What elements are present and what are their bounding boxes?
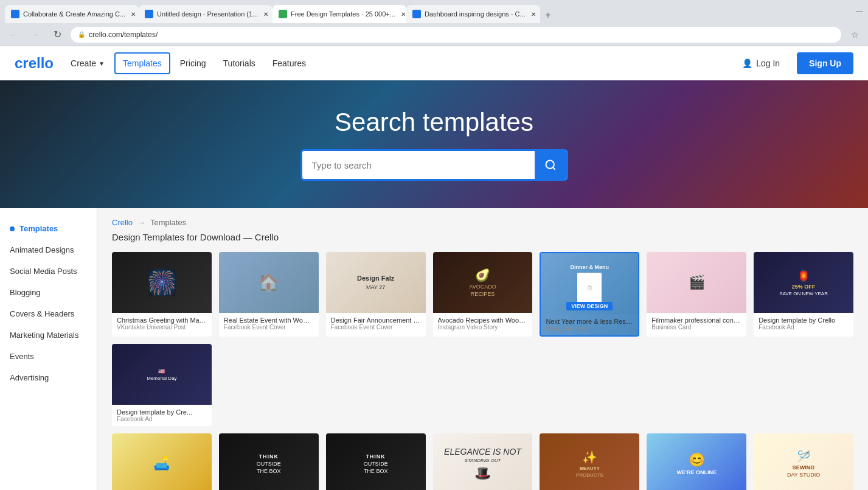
template-card-r2-4[interactable]: ✨ BEAUTY PRODUCTS Natural Beauty Product… bbox=[540, 433, 639, 490]
search-input[interactable] bbox=[302, 160, 535, 170]
nav-pricing[interactable]: Pricing bbox=[173, 54, 214, 73]
breadcrumb-current: Templates bbox=[150, 218, 186, 227]
user-icon: 👤 bbox=[742, 58, 752, 68]
content-area: Crello → Templates Design Templates for … bbox=[97, 208, 868, 490]
tab-1-favicon bbox=[11, 10, 19, 18]
svg-line-1 bbox=[552, 167, 555, 170]
sidebar-social-label: Social Media Posts bbox=[10, 267, 77, 276]
tab-1-label: Collaborate & Create Amazing C... bbox=[23, 10, 125, 18]
card-type-2: Facebook Event Cover bbox=[331, 324, 421, 331]
template-card-3[interactable]: 🥑 AVOCADO RECIPES Avocado Recipes with W… bbox=[433, 252, 533, 337]
tab-2-close[interactable]: ✕ bbox=[262, 10, 270, 18]
back-button[interactable]: ← bbox=[5, 26, 22, 43]
address-bar[interactable]: 🔒 crello.com/templates/ bbox=[71, 27, 841, 43]
tab-1[interactable]: Collaborate & Create Amazing C... ✕ bbox=[5, 5, 139, 23]
card-type-4: Instagram Story bbox=[546, 325, 633, 332]
chevron-down-icon: ▼ bbox=[99, 60, 105, 67]
breadcrumb-home[interactable]: Crello bbox=[112, 218, 133, 227]
template-card-2[interactable]: Design Falz MAY 27 Design Fair Announcem… bbox=[326, 252, 426, 337]
sidebar-item-advertising[interactable]: Advertising bbox=[0, 367, 97, 388]
sidebar-item-blogging[interactable]: Blogging bbox=[0, 282, 97, 303]
template-card-r2-5[interactable]: 😊 WE'RE ONLINE Online services Ad with S… bbox=[647, 433, 746, 490]
sign-up-button[interactable]: Sign Up bbox=[797, 52, 853, 74]
card-type-1: Facebook Event Cover bbox=[224, 324, 314, 331]
nav-tutorials[interactable]: Tutorials bbox=[216, 54, 263, 73]
sidebar-blogging-label: Blogging bbox=[10, 288, 41, 297]
new-tab-button[interactable]: + bbox=[540, 7, 556, 23]
nav-templates[interactable]: Templates bbox=[114, 52, 170, 74]
card-title-0: Christmas Greeting with Man ... bbox=[117, 317, 207, 324]
sidebar-item-social[interactable]: Social Media Posts bbox=[0, 261, 97, 282]
bookmark-button[interactable]: ☆ bbox=[846, 26, 863, 43]
card-type-5: Business Card bbox=[651, 324, 741, 331]
template-card-7[interactable]: 🇺🇸 Memorial Day Design template by Cre..… bbox=[112, 344, 212, 426]
search-icon bbox=[544, 159, 557, 171]
tab-3-favicon bbox=[279, 10, 287, 18]
card-title-5: Filmmaker professional contac... bbox=[651, 317, 741, 324]
sidebar-marketing-label: Marketing Materials bbox=[10, 331, 78, 340]
breadcrumb-arrow: → bbox=[137, 218, 145, 227]
forward-button[interactable]: → bbox=[27, 26, 44, 43]
log-in-button[interactable]: 👤 Log In bbox=[732, 54, 790, 73]
template-card-r2-2[interactable]: THINK OUTSIDE THE BOX Think outside the … bbox=[326, 433, 426, 490]
reload-button[interactable]: ↻ bbox=[49, 26, 66, 43]
card-type-6: Facebook Ad bbox=[759, 324, 849, 331]
hero-section: Search templates bbox=[0, 80, 868, 208]
card-info-2: Design Fair Announcement wit... Facebook… bbox=[326, 313, 426, 334]
tab-3-close[interactable]: ✕ bbox=[399, 10, 406, 18]
tab-3[interactable]: Free Design Templates - 25 000+... ✕ bbox=[273, 5, 406, 23]
template-card-6[interactable]: 🏮 25% OFF SAVE ON NEW YEAR Design templa… bbox=[754, 252, 853, 337]
card-title-6: Design template by Crello bbox=[759, 317, 849, 324]
svg-point-0 bbox=[546, 161, 554, 169]
template-card-r2-1[interactable]: THINK OUTSIDE THE BOX Design template by… bbox=[219, 433, 319, 490]
tab-2-label: Untitled design - Presentation (1... bbox=[157, 10, 258, 18]
sidebar: Templates Animated Designs Social Media … bbox=[0, 208, 97, 490]
navbar: crello Create ▼ Templates Pricing Tutori… bbox=[0, 46, 868, 80]
template-card-r2-0[interactable]: 🛋️ Decor Offer with Woman trans... Faceb… bbox=[112, 433, 212, 490]
template-grid-row2: 🛋️ Decor Offer with Woman trans... Faceb… bbox=[112, 433, 853, 490]
template-grid-row1: 🎆 Christmas Greeting with Man ... VKonta… bbox=[112, 252, 853, 426]
main-layout: Templates Animated Designs Social Media … bbox=[0, 208, 868, 490]
card-info-6: Design template by Crello Facebook Ad bbox=[754, 313, 853, 334]
template-card-r2-3[interactable]: ELEGANCE IS NOT STANDING OUT 🎩 Citation … bbox=[433, 433, 533, 490]
logo[interactable]: crello bbox=[15, 55, 54, 72]
sidebar-item-events[interactable]: Events bbox=[0, 346, 97, 367]
active-dot bbox=[10, 226, 15, 231]
hero-title: Search templates bbox=[335, 108, 533, 137]
tab-3-label: Free Design Templates - 25 000+... bbox=[291, 10, 395, 18]
lock-icon: 🔒 bbox=[78, 31, 85, 38]
template-card-5[interactable]: 🎬 Filmmaker professional contac... Busin… bbox=[647, 252, 746, 337]
sidebar-item-animated[interactable]: Animated Designs bbox=[0, 239, 97, 261]
nav-create[interactable]: Create ▼ bbox=[63, 54, 112, 73]
card-info-3: Avocado Recipes with Woode... Instagram … bbox=[433, 313, 533, 334]
sidebar-animated-label: Animated Designs bbox=[10, 245, 74, 254]
tab-4-close[interactable]: ✕ bbox=[529, 10, 538, 18]
tab-4[interactable]: Dashboard inspiring designs - C... ✕ bbox=[406, 5, 540, 23]
search-button[interactable] bbox=[535, 149, 566, 181]
card-title-1: Real Estate Event with Woma... bbox=[224, 317, 314, 324]
sidebar-events-label: Events bbox=[10, 352, 34, 361]
page-title: Design Templates for Download — Crello bbox=[112, 232, 853, 242]
card-info-7: Design template by Cre... Facebook Ad bbox=[112, 405, 212, 426]
sidebar-item-marketing[interactable]: Marketing Materials bbox=[0, 324, 97, 346]
card-title-2: Design Fair Announcement wit... bbox=[331, 317, 421, 324]
card-image-4: Dinner & Menu 📋 VIEW DESIGN bbox=[541, 253, 638, 314]
browser-tab-bar: Collaborate & Create Amazing C... ✕ Unti… bbox=[0, 0, 868, 23]
nav-actions: 👤 Log In Sign Up bbox=[732, 52, 853, 74]
card-type-7: Facebook Ad bbox=[117, 416, 207, 422]
template-card-4-highlighted[interactable]: Dinner & Menu 📋 VIEW DESIGN Next Year mo… bbox=[540, 252, 639, 337]
nav-features[interactable]: Features bbox=[265, 54, 313, 73]
card-type-3: Instagram Video Story bbox=[438, 324, 528, 331]
tab-2[interactable]: Untitled design - Presentation (1... ✕ bbox=[139, 5, 273, 23]
window-controls: — bbox=[856, 7, 863, 16]
sidebar-item-covers[interactable]: Covers & Headers bbox=[0, 303, 97, 324]
sidebar-templates-label: Templates bbox=[19, 224, 58, 233]
template-card-1[interactable]: 🏠 Real Estate Event with Woma... Faceboo… bbox=[219, 252, 319, 337]
template-card-r2-6[interactable]: 🪡 SEWING DAY STUDIO Sewing day event wit… bbox=[754, 433, 853, 490]
search-container bbox=[300, 149, 568, 181]
tab-1-close[interactable]: ✕ bbox=[129, 10, 137, 18]
card-title-3: Avocado Recipes with Woode... bbox=[438, 317, 528, 324]
sidebar-item-templates[interactable]: Templates bbox=[0, 218, 97, 239]
template-card-0[interactable]: 🎆 Christmas Greeting with Man ... VKonta… bbox=[112, 252, 212, 337]
nav-links: Create ▼ Templates Pricing Tutorials Fea… bbox=[63, 52, 732, 74]
